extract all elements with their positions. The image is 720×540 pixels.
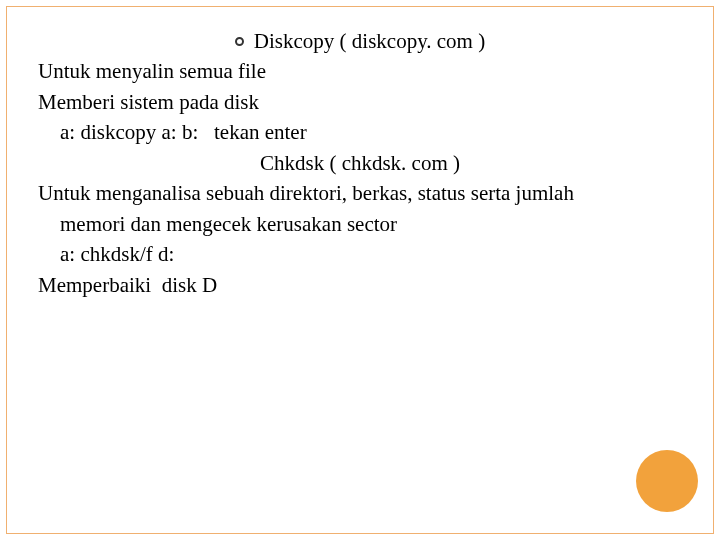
heading-chkdsk: Chkdsk ( chkdsk. com ) <box>38 148 682 178</box>
heading-diskcopy: Diskcopy ( diskcopy. com ) <box>38 26 682 56</box>
text-line: Memberi sistem pada disk <box>38 87 682 117</box>
text-line: Untuk menyalin semua file <box>38 56 682 86</box>
text-line: a: diskcopy a: b: tekan enter <box>38 117 682 147</box>
text-line: a: chkdsk/f d: <box>38 239 682 269</box>
text-line: Memperbaiki disk D <box>38 270 682 300</box>
heading-chkdsk-text: Chkdsk ( chkdsk. com ) <box>260 148 460 178</box>
bullet-icon <box>235 37 244 46</box>
text-line: Untuk menganalisa sebuah direktori, berk… <box>38 178 682 208</box>
text-line: memori dan mengecek kerusakan sector <box>38 209 682 239</box>
decorative-circle <box>636 450 698 512</box>
heading-diskcopy-text: Diskcopy ( diskcopy. com ) <box>254 26 485 56</box>
slide-content: Diskcopy ( diskcopy. com ) Untuk menyali… <box>38 26 682 300</box>
